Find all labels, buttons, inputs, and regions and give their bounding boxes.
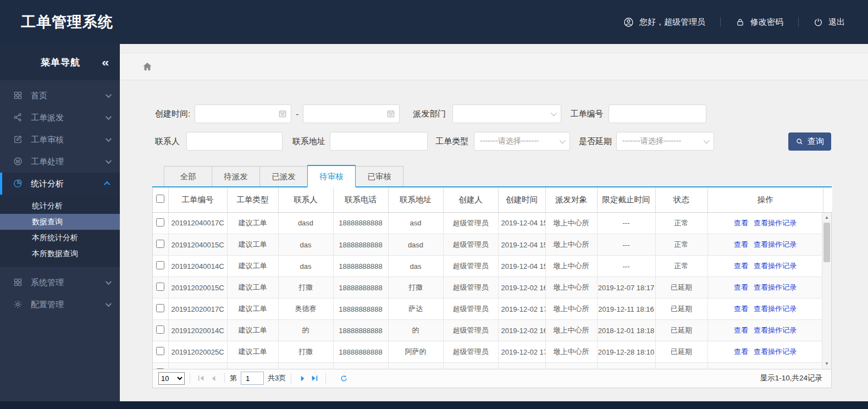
cell-deadline: 2019-12-07 18:17 — [597, 277, 655, 299]
column-header[interactable]: 操作 — [707, 187, 823, 212]
cell-contact: 奥德赛 — [278, 299, 333, 320]
cell-created: 2019-12-04 15 — [498, 234, 545, 256]
tab-pending-dispatch[interactable]: 待派发 — [212, 166, 260, 186]
cell-deadline: 2018-12-01 18:18 — [597, 320, 655, 341]
view-log-link[interactable]: 查看操作记录 — [754, 326, 797, 334]
row-checkbox[interactable] — [156, 368, 164, 369]
table-row: 201912020015C建议工单打撒18888888888打撒超级管理员201… — [153, 277, 823, 299]
column-header[interactable]: 联系地址 — [388, 187, 443, 212]
search-button[interactable]: 查询 — [788, 132, 831, 151]
view-log-link[interactable]: 查看操作记录 — [754, 262, 797, 270]
column-header[interactable]: 联系人 — [278, 187, 333, 212]
cell-target: 墩上中心所 — [545, 299, 597, 320]
last-page-button[interactable] — [308, 373, 320, 384]
column-header[interactable]: 限定截止时间 — [597, 187, 655, 212]
view-link[interactable]: 查看 — [734, 262, 748, 270]
sidebar-item-label: 工单处理 — [31, 157, 64, 167]
change-password-label: 修改密码 — [750, 17, 783, 27]
create-time-start-input[interactable] — [195, 104, 291, 123]
view-link[interactable]: 查看 — [734, 347, 748, 356]
column-header[interactable]: 创建时间 — [498, 187, 545, 212]
cell-order-type: 建议工单 — [227, 234, 278, 256]
column-header[interactable]: 联系电话 — [333, 187, 388, 212]
logout-button[interactable]: 退出 — [814, 17, 845, 27]
scroll-up-arrow-icon[interactable]: ▲ — [822, 213, 831, 222]
sidebar-item-system[interactable]: 系统管理 — [0, 272, 120, 294]
first-page-button[interactable] — [195, 373, 207, 384]
column-header[interactable]: 派发对象 — [545, 187, 597, 212]
sidebar-subitem-office-data-query[interactable]: 本所数据查询 — [0, 246, 120, 262]
table-row: 201912020017C建议工单奥德赛18888888888萨达超级管理员20… — [153, 299, 823, 320]
sidebar-item-process[interactable]: 工单处理 — [0, 151, 120, 173]
view-link[interactable]: 查看 — [734, 305, 748, 313]
tab-dispatched[interactable]: 已派发 — [259, 166, 308, 186]
view-link[interactable]: 查看 — [734, 219, 748, 227]
cell-order-no: 201912020017C — [168, 299, 227, 320]
row-checkbox[interactable] — [156, 261, 164, 269]
tab-all[interactable]: 全部 — [164, 166, 212, 186]
column-header[interactable]: 状态 — [655, 187, 707, 212]
row-checkbox[interactable] — [156, 240, 164, 248]
sidebar-subitem-stats-analysis[interactable]: 统计分析 — [0, 198, 120, 214]
scroll-down-arrow-icon[interactable]: ▼ — [822, 360, 831, 368]
sidebar-submenu: 统计分析数据查询本所统计分析本所数据查询 — [0, 195, 120, 267]
table-scrollbar[interactable]: ▲ ▼ — [822, 213, 831, 369]
sidebar-subitem-data-query[interactable]: 数据查询 — [0, 214, 120, 230]
row-checkbox[interactable] — [156, 283, 164, 291]
row-checkbox[interactable] — [156, 347, 164, 355]
pagination-bar: 10 第 共3页 — [153, 369, 831, 388]
refresh-button[interactable] — [338, 373, 350, 384]
contact-input[interactable] — [186, 132, 283, 151]
order-type-select[interactable]: -------请选择------- — [474, 132, 570, 151]
sidebar-item-label: 首页 — [31, 91, 47, 101]
view-log-link[interactable]: 查看操作记录 — [754, 283, 797, 291]
cell-created: 2019-12-04 15 — [498, 213, 545, 234]
row-checkbox[interactable] — [156, 325, 164, 334]
view-log-link[interactable]: 查看操作记录 — [754, 240, 797, 248]
main-content: 创建时间: - — [120, 44, 868, 401]
breadcrumb — [120, 53, 868, 80]
home-icon[interactable] — [142, 61, 153, 72]
sidebar-item-config[interactable]: 配置管理 — [0, 294, 120, 316]
collapse-sidebar-icon[interactable]: « — [102, 56, 109, 69]
row-checkbox[interactable] — [156, 218, 164, 226]
page-number-input[interactable] — [241, 372, 264, 385]
select-all-checkbox[interactable] — [156, 195, 164, 203]
create-time-end-input[interactable] — [303, 104, 400, 123]
sidebar-item-dispatch[interactable]: 工单派发 — [0, 107, 120, 129]
tab-reviewed[interactable]: 已审核 — [355, 166, 403, 186]
column-header[interactable]: 工单类型 — [227, 187, 278, 212]
dispatch-dept-select[interactable] — [452, 104, 561, 123]
address-input[interactable] — [330, 132, 428, 151]
cell-phone: 18888888888 — [333, 234, 388, 256]
cell-creator: 超级管理员 — [443, 320, 498, 341]
cell-order-type: 建议工单 — [227, 320, 278, 341]
view-link[interactable]: 查看 — [734, 283, 748, 291]
sidebar-item-stats[interactable]: 统计分析 — [0, 173, 120, 195]
prev-page-button[interactable] — [207, 373, 219, 384]
sidebar-title: 菜单导航 — [41, 56, 80, 69]
tab-pending-review[interactable]: 待审核 — [307, 165, 356, 187]
cell-deadline: 2019-12-28 18:10 — [597, 341, 655, 363]
user-greeting[interactable]: 您好，超级管理员 — [623, 17, 705, 27]
change-password-button[interactable]: 修改密码 — [736, 17, 783, 27]
view-log-link[interactable]: 查看操作记录 — [754, 305, 797, 313]
row-checkbox[interactable] — [156, 304, 164, 312]
column-header[interactable]: 创建人 — [443, 187, 498, 212]
view-link[interactable]: 查看 — [734, 326, 748, 334]
cell-contact: 打撒 — [278, 341, 333, 363]
page-size-select[interactable]: 10 — [158, 372, 185, 385]
next-page-button[interactable] — [296, 373, 308, 384]
view-link[interactable]: 查看 — [734, 240, 748, 248]
sidebar-item-home[interactable]: 首页 — [0, 85, 120, 107]
scrollbar-thumb[interactable] — [823, 223, 830, 262]
sidebar-subitem-office-stats[interactable]: 本所统计分析 — [0, 230, 120, 246]
view-log-link[interactable]: 查看操作记录 — [754, 219, 797, 227]
delay-label: 是否延期 — [579, 136, 612, 147]
delay-select[interactable]: -------请选择------- — [616, 132, 714, 151]
column-header[interactable]: 工单编号 — [168, 187, 227, 212]
cell-creator: 超级管理员 — [443, 341, 498, 363]
order-no-input[interactable] — [609, 104, 706, 123]
view-log-link[interactable]: 查看操作记录 — [754, 347, 797, 356]
sidebar-item-review[interactable]: 工单审核 — [0, 129, 120, 151]
